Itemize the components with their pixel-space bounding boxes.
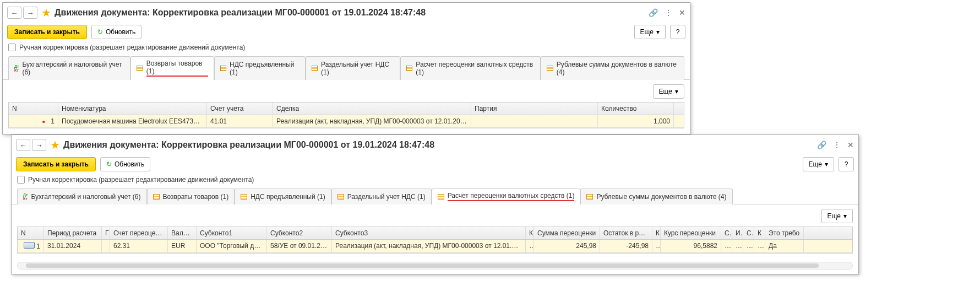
tab-vat-presented[interactable]: НДС предъявленный (1)	[235, 188, 331, 204]
table-row[interactable]: ● 1 Посудомоечная машина Electrolux EES4…	[9, 115, 684, 128]
close-icon[interactable]: ✕	[847, 141, 854, 149]
manual-edit-label: Ручная корректировка (разрешает редактир…	[28, 176, 254, 184]
arrow-left-icon: ←	[20, 141, 27, 149]
col-i[interactable]: И	[732, 227, 743, 239]
col-k3[interactable]: К	[754, 227, 765, 239]
tab-revaluation[interactable]: Расчет переоценки валютных средств (1)	[432, 188, 581, 204]
col-s1[interactable]: С	[721, 227, 732, 239]
toolbar: Записать и закрыть Обновить Еще▾ ?	[12, 155, 858, 176]
dtkt-icon: ДтКт	[14, 64, 19, 72]
col-k1[interactable]: К	[526, 227, 534, 239]
horizontal-scrollbar[interactable]	[17, 262, 853, 270]
table-icon	[438, 194, 444, 200]
back-button[interactable]: ←	[7, 7, 21, 19]
col-deal[interactable]: Сделка	[273, 103, 471, 115]
refresh-icon	[106, 160, 112, 168]
refresh-button[interactable]: Обновить	[91, 25, 141, 39]
col-nomenclature[interactable]: Номенклатура	[58, 103, 207, 115]
header-actions: 🔗 ⋮ ✕	[649, 8, 685, 17]
tabs: ДтКтБухгалтерский и налоговый учет (6) В…	[12, 188, 858, 204]
col-n[interactable]: N	[9, 103, 58, 115]
tab-rub-sums[interactable]: Рублевые суммы документов в валюте (4)	[580, 188, 732, 204]
table-icon	[547, 66, 553, 71]
manual-edit-row: Ручная корректировка (разрешает редактир…	[3, 44, 690, 56]
save-close-button[interactable]: Записать и закрыть	[7, 25, 87, 39]
manual-edit-checkbox[interactable]	[8, 44, 16, 51]
arrow-right-icon: →	[27, 9, 34, 17]
forward-button[interactable]: →	[23, 7, 37, 19]
kebab-icon[interactable]: ⋮	[665, 8, 672, 17]
col-s2[interactable]: С	[743, 227, 754, 239]
col-account-reval[interactable]: Счет переоценки	[110, 227, 168, 239]
header: ← → ★ Движения документа: Корректировка …	[3, 3, 690, 23]
more-button[interactable]: Еще▾	[634, 25, 666, 39]
link-icon[interactable]: 🔗	[817, 141, 826, 149]
revaluation-table: N Период расчета Г Счет переоценки Валют…	[17, 227, 853, 254]
save-close-button[interactable]: Записать и закрыть	[16, 157, 96, 171]
table-icon	[312, 66, 318, 71]
star-icon[interactable]: ★	[41, 6, 51, 19]
col-sub3[interactable]: Субконто3	[332, 227, 526, 239]
table-icon	[220, 66, 226, 71]
col-sub1[interactable]: Субконто1	[197, 227, 267, 239]
scrollbar-thumb[interactable]	[26, 263, 819, 268]
tab-accounting[interactable]: ДтКтБухгалтерский и налоговый учет (6)	[17, 188, 147, 204]
close-icon[interactable]: ✕	[679, 8, 685, 17]
table-icon	[241, 194, 247, 200]
col-required[interactable]: Это требо	[765, 227, 804, 239]
table-header: N Номенклатура Счет учета Сделка Партия …	[9, 103, 684, 115]
table-icon	[137, 66, 143, 71]
tabpanel-revaluation: Еще▾ N Период расчета Г Счет переоценки …	[12, 204, 858, 259]
col-currency[interactable]: Валюта	[168, 227, 197, 239]
col-sub2[interactable]: Субконто2	[267, 227, 332, 239]
tab-rub-sums[interactable]: Рублевые суммы документов в валюте (4)	[541, 56, 684, 80]
kebab-icon[interactable]: ⋮	[833, 141, 841, 149]
tab-returns[interactable]: Возвраты товаров (1)	[130, 56, 214, 80]
refresh-button[interactable]: Обновить	[100, 157, 150, 171]
table-header: N Период расчета Г Счет переоценки Валют…	[18, 227, 852, 240]
col-balance-rub[interactable]: Остаток в рублях	[600, 227, 652, 239]
dtkt-icon: ДтКт	[23, 193, 28, 201]
more-button[interactable]: Еще▾	[803, 157, 834, 171]
col-qty[interactable]: Количество	[598, 103, 674, 115]
tabpanel-returns: Еще▾ N Номенклатура Счет учета Сделка Па…	[3, 80, 690, 134]
col-k2[interactable]: К	[652, 227, 661, 239]
panel-more-button[interactable]: Еще▾	[653, 84, 684, 99]
window-revaluation: ← → ★ Движения документа: Корректировка …	[11, 134, 859, 274]
back-button[interactable]: ←	[16, 139, 30, 151]
arrow-left-icon: ←	[11, 9, 18, 17]
tabs: ДтКтБухгалтерский и налоговый учет (6) В…	[3, 56, 690, 80]
col-account[interactable]: Счет учета	[207, 103, 273, 115]
table-icon	[406, 66, 412, 71]
tab-vat-presented[interactable]: НДС предъявленный (1)	[214, 56, 306, 80]
panel-more-button[interactable]: Еще▾	[821, 209, 853, 223]
manual-edit-checkbox[interactable]	[17, 176, 25, 184]
forward-button[interactable]: →	[32, 139, 46, 151]
record-marker-icon	[24, 242, 35, 249]
page-title: Движения документа: Корректировка реализ…	[55, 8, 649, 18]
help-button[interactable]: ?	[670, 25, 685, 39]
col-party[interactable]: Партия	[471, 103, 598, 115]
col-n[interactable]: N	[18, 227, 44, 239]
star-icon[interactable]: ★	[50, 138, 60, 152]
tab-revaluation[interactable]: Расчет переоценки валютных средств (1)	[400, 56, 541, 80]
manual-edit-label: Ручная корректировка (разрешает редактир…	[19, 44, 245, 51]
tab-returns[interactable]: Возвраты товаров (1)	[147, 188, 235, 204]
tab-vat-separate[interactable]: Раздельный учет НДС (1)	[306, 56, 400, 80]
col-rate[interactable]: Курс переоценки	[661, 227, 721, 239]
col-period[interactable]: Период расчета	[44, 227, 102, 239]
page-title: Движения документа: Корректировка реализ…	[63, 140, 817, 150]
link-icon[interactable]: 🔗	[649, 8, 658, 17]
help-button[interactable]: ?	[839, 157, 854, 171]
header-actions: 🔗 ⋮ ✕	[817, 141, 854, 149]
table-icon	[153, 194, 160, 200]
arrow-right-icon: →	[36, 141, 43, 149]
col-sum-reval[interactable]: Сумма переоценки	[534, 227, 600, 239]
tab-accounting[interactable]: ДтКтБухгалтерский и налоговый учет (6)	[8, 56, 130, 80]
table-row[interactable]: 1 31.01.2024 62.31 EUR ООО "Торговый дом…	[18, 240, 852, 253]
window-returns: ← → ★ Движения документа: Корректировка …	[2, 2, 690, 134]
table-icon	[586, 194, 593, 200]
col-g[interactable]: Г	[102, 227, 110, 239]
tab-vat-separate[interactable]: Раздельный учет НДС (1)	[331, 188, 432, 204]
header: ← → ★ Движения документа: Корректировка …	[12, 135, 858, 155]
